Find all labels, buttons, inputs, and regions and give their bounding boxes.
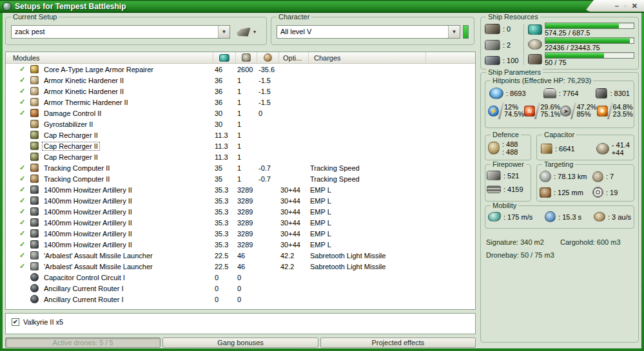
module-row[interactable]: Cap Recharger II11.31 (6, 129, 475, 140)
module-active-check-icon[interactable]: ✓ (6, 262, 30, 270)
chevron-down-icon[interactable]: ▼ (218, 26, 229, 38)
tab-gang-bonuses[interactable]: Gang bonuses (162, 337, 318, 348)
module-powergrid: 0 (236, 274, 257, 281)
firepower-label: Firepower (491, 160, 526, 168)
module-powergrid: 1 (236, 109, 257, 117)
cpu-column-header[interactable] (213, 52, 236, 63)
modules-column-header[interactable]: Modules (6, 52, 213, 63)
module-row[interactable]: Cap Recharger II11.31 (6, 140, 475, 151)
drones-list: ✔ Valkyrie II x5 (5, 313, 476, 334)
charges-column-header[interactable]: Charges (309, 52, 426, 63)
maximize-icon[interactable]: ▫ (624, 3, 627, 10)
capacitor-icon (541, 144, 552, 154)
module-cpu: 30 (213, 120, 236, 128)
module-active-check-icon[interactable]: ✓ (6, 229, 30, 238)
cpu-bar-text: 574.25 / 687.5 (545, 29, 634, 37)
title-bar[interactable]: Setups for Tempest Battleship – ▫ ✕ (0, 0, 644, 13)
module-cpu: 36 (213, 77, 236, 84)
tab-projected-effects[interactable]: Projected effects (320, 337, 476, 348)
sensor-strength-value: : 19 (606, 189, 618, 196)
kinetic-armor-resist: 85% (576, 111, 596, 118)
module-row[interactable]: ✓1400mm Howitzer Artillery II35.3328930+… (6, 239, 475, 250)
module-row[interactable]: ✓1400mm Howitzer Artillery II35.3328930+… (6, 195, 475, 206)
current-setup-select[interactable]: zack pest ▼ (11, 25, 230, 39)
module-row[interactable]: ✓1400mm Howitzer Artillery II35.3328930+… (6, 217, 475, 228)
module-active-check-icon[interactable]: ✓ (6, 207, 30, 216)
module-row[interactable]: ✓'Arbalest' Assault Missile Launcher22.5… (6, 250, 475, 261)
launcher-hardpoints-icon (485, 40, 500, 50)
module-cap: -0.7 (257, 175, 279, 183)
powergrid-column-header[interactable] (236, 52, 257, 63)
close-icon[interactable]: ✕ (632, 3, 638, 10)
module-row[interactable]: ✓Core A-Type Large Armor Repairer462600-… (6, 64, 475, 75)
tab-active-drones[interactable]: Active drones: 5 / 5 (5, 337, 161, 348)
artillery-module-icon (30, 240, 39, 249)
rig-module-icon (30, 295, 39, 303)
module-name: Cap Recharger II (43, 142, 99, 150)
module-active-check-icon[interactable]: ✓ (6, 185, 30, 194)
module-name: Tracking Computer II (43, 175, 111, 183)
module-powergrid: 46 (236, 252, 257, 260)
module-row[interactable]: Ancillary Current Router I00 (6, 283, 475, 294)
module-powergrid: 3289 (236, 219, 257, 227)
module-name: 1400mm Howitzer Artillery II (43, 208, 133, 216)
module-row[interactable]: Ancillary Current Router I00 (6, 294, 475, 305)
module-active-check-icon[interactable]: ✓ (6, 251, 30, 260)
module-active-check-icon[interactable]: ✓ (6, 175, 30, 183)
module-row[interactable]: Gyrostabilizer II301 (6, 119, 475, 129)
ship-resources-group: Ship Resources : 0 : 2 : 100 (480, 17, 639, 70)
module-active-check-icon[interactable]: ✓ (6, 87, 30, 95)
firepower-volley-value: : 4159 (503, 185, 523, 193)
capacitor-column-header[interactable] (257, 52, 279, 63)
drone-row[interactable]: ✔ Valkyrie II x5 (6, 314, 475, 325)
module-row[interactable]: Capacitor Control Circuit I00 (6, 272, 475, 283)
module-row[interactable]: ✓Armor Thermic Hardener II361-1.5 (6, 97, 475, 108)
module-powergrid: 1 (236, 88, 257, 95)
module-row[interactable]: ✓Armor Kinetic Hardener II361-1.5 (6, 86, 475, 97)
module-active-check-icon[interactable]: ✓ (6, 196, 30, 205)
minimize-icon[interactable]: – (615, 3, 619, 10)
module-active-check-icon[interactable]: ✓ (6, 65, 30, 73)
module-active-check-icon[interactable]: ✓ (6, 76, 30, 84)
defence-label: Defence (491, 131, 521, 138)
setup-tools-button[interactable]: ▾ (237, 28, 256, 37)
drone-checkbox[interactable]: ✔ (12, 318, 19, 326)
module-powergrid: 1 (236, 131, 257, 139)
targeting-range-value: : 78.13 km (554, 173, 587, 180)
max-targets-value: : 7 (606, 173, 614, 180)
opti-column-header[interactable]: Opti... (279, 52, 309, 63)
calibration-icon (485, 56, 500, 65)
module-name: Ancillary Current Router I (43, 285, 125, 292)
module-powergrid: 2600 (236, 66, 257, 73)
cpu-bar (545, 23, 634, 29)
resist-explosive: ✸ 64.8% 23.5% (597, 102, 633, 119)
mobility-group: Mobility : 175 m/s : 15.3 s : 3 au/s (485, 205, 634, 229)
module-charge: EMP L (309, 230, 426, 238)
module-active-check-icon[interactable]: ✓ (6, 164, 30, 172)
module-row[interactable]: ✓Damage Control II3010 (6, 108, 475, 119)
module-row[interactable]: ✓Tracking Computer II351-0.7Tracking Spe… (6, 173, 475, 184)
module-active-check-icon[interactable]: ✓ (6, 98, 30, 106)
module-row[interactable]: ✓1400mm Howitzer Artillery II35.3328930+… (6, 228, 475, 239)
module-row[interactable]: ✓Tracking Computer II351-0.7Tracking Spe… (6, 162, 475, 173)
explosive-resist-icon: ✸ (597, 106, 608, 117)
chevron-down-icon[interactable]: ▼ (448, 26, 460, 38)
module-active-check-icon[interactable]: ✓ (6, 218, 30, 227)
thermal-resist-icon: ≋ (524, 106, 535, 117)
module-row[interactable]: Cap Recharger II11.31 (6, 151, 475, 162)
module-opti: 42.2 (279, 252, 309, 260)
module-active-check-icon[interactable]: ✓ (6, 240, 30, 249)
drone-bandwidth-icon (528, 54, 542, 64)
module-row[interactable]: ✓1400mm Howitzer Artillery II35.3328930+… (6, 206, 475, 217)
targeting-label: Targeting (542, 160, 575, 168)
module-active-check-icon[interactable]: ✓ (6, 109, 30, 117)
artillery-module-icon (30, 218, 39, 227)
tracking-computer-module-icon (30, 164, 39, 172)
max-velocity-value: : 175 m/s (503, 213, 532, 221)
module-row[interactable]: ✓Armor Kinetic Hardener II361-1.5 (6, 75, 475, 86)
character-select[interactable]: All level V ▼ (277, 25, 460, 39)
artillery-module-icon (30, 207, 39, 216)
module-opti: 42.2 (279, 263, 309, 270)
module-row[interactable]: ✓'Arbalest' Assault Missile Launcher22.5… (6, 261, 475, 272)
module-row[interactable]: ✓1400mm Howitzer Artillery II35.3328930+… (6, 184, 475, 195)
